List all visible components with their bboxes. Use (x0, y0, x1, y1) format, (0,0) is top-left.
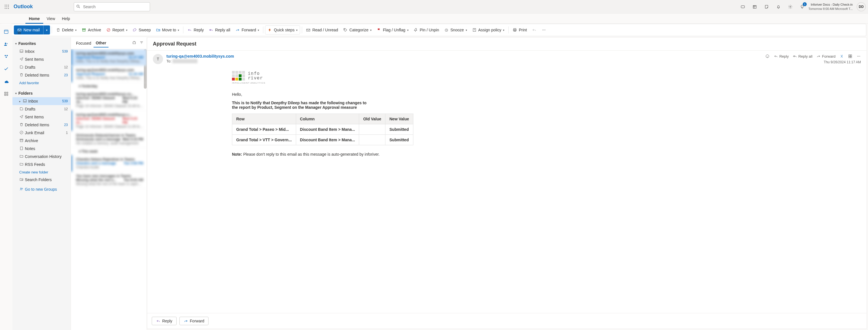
svg-point-4 (5, 55, 6, 56)
svg-point-47 (766, 55, 769, 58)
table-row: Grand Total > Paseo > Mid... Discount Ba… (232, 124, 413, 135)
rail-calendar-icon[interactable] (1, 27, 11, 37)
nav-folder-conversation-history[interactable]: Conversation History (12, 153, 71, 160)
reader-reply-all-button[interactable]: Reply all (793, 54, 812, 59)
tips-icon[interactable]: 1 (797, 1, 808, 12)
quick-note-icon[interactable] (761, 1, 772, 12)
msglist-item[interactable]: Chandra Sekara Rajendran in Teams Chandr… (71, 155, 147, 172)
msglist-filter-icon[interactable] (139, 40, 144, 46)
msglist-other-tab[interactable]: Other (94, 39, 108, 48)
rail-groups-icon[interactable] (1, 52, 11, 62)
msglist-item: turing-qa@em4003.mobilitysys.com Approva… (71, 49, 147, 66)
msglist-item[interactable]: You have new messages in Teams Missing w… (71, 172, 147, 188)
nav-fav-inbox[interactable]: Inbox539 (12, 48, 71, 55)
report-button[interactable]: Report▾ (104, 25, 130, 34)
pin-button[interactable]: Pin / Unpin (411, 25, 441, 34)
reader-forward-button[interactable]: Forward (816, 54, 836, 59)
snooze-button[interactable]: Snooze▾ (442, 25, 469, 34)
body-notify: This is to Notify that Deepthy Dileep ha… (232, 100, 370, 110)
reply-button[interactable]: Reply (185, 25, 206, 34)
account-avatar[interactable]: DD (857, 2, 866, 11)
teams-call-icon[interactable] (737, 1, 748, 12)
svg-point-36 (544, 30, 544, 30)
next-meeting-chip[interactable]: Inforiver Docs - Daily Check-in Tomorrow… (808, 3, 853, 11)
reader-more-icon[interactable] (857, 54, 861, 59)
nav-favorites-header[interactable]: ▾Favorites (12, 39, 71, 48)
svg-rect-26 (83, 29, 85, 31)
nav-folder-drafts[interactable]: Drafts12 (12, 105, 71, 113)
nav-folder-inbox[interactable]: ▸Inbox539 (12, 97, 71, 105)
svg-point-23 (790, 6, 791, 7)
tab-help[interactable]: Help (59, 13, 73, 24)
svg-rect-8 (7, 92, 8, 93)
sweep-button[interactable]: Sweep (130, 25, 153, 34)
assign-policy-button[interactable]: Assign policy▾ (470, 25, 507, 34)
archive-button[interactable]: Archive (80, 25, 103, 34)
categorize-button[interactable]: Categorize▾ (341, 25, 374, 34)
nav-add-favorite[interactable]: Add favorite (12, 79, 71, 86)
nav-groups-link[interactable]: Go to new Groups (12, 185, 71, 193)
nav-folders-header[interactable]: ▾Folders (12, 89, 71, 97)
msglist-focused-tab[interactable]: Focused (74, 39, 94, 47)
new-mail-dropdown[interactable]: ▾ (43, 25, 50, 34)
apps-icon[interactable] (848, 54, 852, 59)
svg-rect-48 (849, 55, 850, 56)
copilot-icon[interactable] (839, 54, 844, 59)
settings-icon[interactable] (785, 1, 796, 12)
nav-search-folders[interactable]: Search Folders (12, 176, 71, 184)
msglist-item[interactable]: turing-qa@em4003.mobilitysys.c... Infori… (71, 111, 147, 131)
nav-fav-drafts[interactable]: Drafts12 (12, 63, 71, 71)
quick-steps-button[interactable]: Quick steps▾ (265, 25, 300, 34)
nav-folder-sent[interactable]: Sent Items (12, 113, 71, 121)
msglist-group-header[interactable]: ▾ This week (71, 148, 147, 155)
msglist-select-icon[interactable] (132, 40, 136, 46)
sender-avatar[interactable]: T (153, 54, 163, 64)
delete-button[interactable]: Delete▾ (54, 25, 79, 34)
nav-folder-notes[interactable]: Notes (12, 145, 71, 153)
print-button[interactable]: Print (510, 25, 529, 34)
nav-folder-rss[interactable]: RSS Feeds (12, 160, 71, 169)
ribbon-more-icon[interactable] (539, 25, 549, 34)
svg-rect-39 (24, 99, 27, 102)
nav-folder-junk[interactable]: Junk Email1 (12, 129, 71, 137)
nav-fav-sent[interactable]: Sent Items (12, 55, 71, 63)
hamburger-icon[interactable] (15, 29, 24, 36)
rail-onedrive-icon[interactable] (1, 76, 11, 86)
read-unread-button[interactable]: Read / Unread (304, 25, 340, 34)
svg-point-6 (6, 57, 7, 58)
reader-date: Thu 9/26/2024 11:17 AM (765, 60, 861, 64)
notifications-icon[interactable] (773, 1, 784, 12)
sender-email[interactable]: turing-qa@em4003.mobilitysys.com (166, 54, 762, 59)
calendar-day-icon[interactable] (749, 1, 761, 12)
svg-point-5 (6, 55, 8, 56)
msglist-item[interactable]: turing-qa@em4003.mobilitysys.co... Infor… (71, 90, 147, 111)
undo-button[interactable] (530, 25, 539, 34)
move-to-button[interactable]: Move to▾ (154, 25, 182, 34)
svg-rect-49 (850, 55, 852, 56)
nav-create-folder[interactable]: Create new folder (12, 169, 71, 176)
flag-button[interactable]: Flag / Unflag▾ (374, 25, 410, 34)
rail-more-apps-icon[interactable] (1, 89, 11, 99)
search-input[interactable] (74, 2, 150, 11)
app-launcher-icon[interactable] (2, 2, 11, 11)
svg-point-43 (22, 179, 23, 180)
reader-reply-button[interactable]: Reply (774, 54, 788, 59)
tab-view[interactable]: View (43, 13, 59, 24)
react-icon[interactable] (765, 54, 770, 59)
nav-folder-deleted[interactable]: Deleted Items23 (12, 121, 71, 129)
forward-button[interactable]: Forward▾ (233, 25, 261, 34)
svg-point-54 (860, 56, 860, 57)
svg-rect-9 (4, 94, 6, 95)
msglist-group-header[interactable]: ▾ Yesterday (71, 83, 147, 90)
nav-folder-archive[interactable]: Archive (12, 137, 71, 145)
footer-forward-button[interactable]: Forward (179, 317, 209, 325)
nav-fav-deleted[interactable]: Deleted Items23 (12, 71, 71, 79)
msglist-item[interactable]: turing-qa@em4003.mobilitysys.com Approva… (71, 66, 147, 83)
reply-all-button[interactable]: Reply all (207, 25, 232, 34)
rail-people-icon[interactable] (1, 39, 11, 49)
rail-todo-icon[interactable] (1, 64, 11, 74)
footer-reply-button[interactable]: Reply (152, 317, 177, 325)
msglist-item[interactable]: Srinivasulu Dalavaichanran in Teams Srin… (71, 131, 147, 148)
svg-point-19 (8, 8, 9, 9)
tab-home[interactable]: Home (25, 13, 43, 24)
